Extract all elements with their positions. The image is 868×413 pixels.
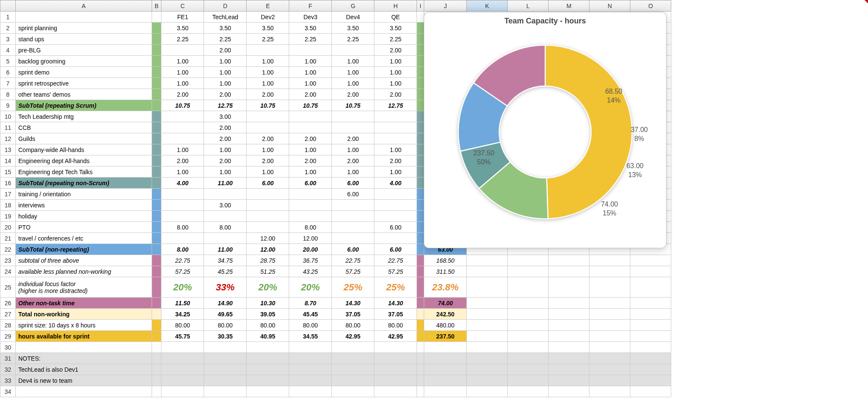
cell[interactable]: 36.75 [289,255,332,266]
cell[interactable]: 11.00 [204,244,247,255]
cell[interactable] [467,277,508,298]
cell[interactable] [152,122,161,133]
cell[interactable]: 11.00 [204,178,247,189]
row-header[interactable]: 12 [0,133,16,144]
cell[interactable] [247,222,289,233]
cell[interactable]: 28.75 [247,255,289,266]
cell[interactable]: 1.00 [204,67,247,78]
cell[interactable] [332,364,374,375]
cell[interactable]: 2.25 [289,34,332,45]
cell[interactable]: 480.00 [424,320,467,331]
cell[interactable]: 4.00 [161,178,204,189]
cell[interactable] [508,266,549,277]
cell[interactable] [508,353,549,364]
cell[interactable]: 22.75 [161,255,204,266]
cell[interactable] [467,331,508,342]
row-header[interactable]: 33 [0,375,16,386]
row-header[interactable]: 25 [0,277,16,298]
cell[interactable]: 3.00 [204,200,247,211]
cell[interactable]: 80.00 [247,320,289,331]
cell[interactable]: 2.00 [289,155,332,166]
cell[interactable] [630,277,671,298]
cell[interactable] [152,111,161,122]
cell[interactable] [374,133,417,144]
cell[interactable] [424,375,467,386]
cell[interactable] [374,386,417,397]
cell[interactable] [247,45,289,56]
col-header[interactable]: D [204,0,247,11]
cell[interactable]: 12.00 [289,233,332,244]
cell[interactable]: 237.50 [424,331,467,342]
cell[interactable]: 2.00 [204,155,247,166]
cell-label[interactable]: TechLead is also Dev1 [16,364,152,375]
col-header[interactable]: H [374,0,417,11]
cell[interactable] [508,375,549,386]
cell[interactable] [417,255,424,266]
row-header[interactable]: 28 [0,320,16,331]
cell[interactable] [152,189,161,200]
column-header-row[interactable]: A B C D E F G H I J K L M N O [0,0,671,11]
cell[interactable] [467,266,508,277]
cell[interactable] [204,211,247,222]
cell[interactable] [417,189,424,200]
cell[interactable] [424,342,467,353]
cell[interactable] [289,189,332,200]
cell[interactable]: 34.55 [289,331,332,342]
row-header[interactable]: 26 [0,298,16,309]
cell[interactable] [417,386,424,397]
cell[interactable]: 2.00 [247,155,289,166]
cell[interactable] [152,309,161,320]
cell[interactable]: 3.50 [289,23,332,34]
cell[interactable] [417,233,424,244]
cell[interactable] [549,353,589,364]
cell-label[interactable] [16,342,152,353]
cell-label[interactable]: holiday [16,211,152,222]
cell[interactable] [152,266,161,277]
cell[interactable] [152,255,161,266]
table-row[interactable]: 28sprint size: 10 days x 8 hours80.0080.… [0,320,671,331]
cell[interactable]: 1.00 [289,78,332,89]
row-header[interactable]: 34 [0,386,16,397]
cell-label[interactable]: SubTotal (repeating non-Scrum) [16,178,152,189]
cell[interactable] [374,342,417,353]
table-row[interactable]: 24available less planned non-working57.2… [0,266,671,277]
cell[interactable] [508,277,549,298]
cell[interactable]: 20% [289,277,332,298]
cell[interactable]: 23.8% [424,277,467,298]
cell[interactable]: 80.00 [332,320,374,331]
cell[interactable]: 2.00 [247,133,289,144]
cell[interactable] [630,309,671,320]
cell[interactable] [204,375,247,386]
cell[interactable]: 57.25 [374,266,417,277]
cell-label[interactable]: sprint size: 10 days x 8 hours [16,320,152,331]
cell-label[interactable]: training / orientation [16,189,152,200]
cell[interactable]: 1.00 [247,78,289,89]
row-header[interactable]: 22 [0,244,16,255]
cell[interactable] [152,78,161,89]
cell[interactable] [161,386,204,397]
cell[interactable] [549,331,589,342]
cell[interactable]: 49.65 [204,309,247,320]
cell[interactable] [417,309,424,320]
cell[interactable]: 1.00 [161,56,204,67]
cell[interactable] [467,320,508,331]
cell[interactable]: 6.00 [332,244,374,255]
cell[interactable]: 6.00 [374,222,417,233]
row-header[interactable]: 7 [0,78,16,89]
cell[interactable]: 168.50 [424,255,467,266]
cell[interactable]: 10.75 [289,100,332,111]
cell[interactable]: 12.75 [374,100,417,111]
cell[interactable] [289,111,332,122]
col-header[interactable]: B [152,0,161,11]
cell[interactable] [332,122,374,133]
cell[interactable] [161,364,204,375]
row-header[interactable]: 10 [0,111,16,122]
cell[interactable]: 20% [161,277,204,298]
cell[interactable]: 1.00 [289,166,332,178]
cell[interactable]: 2.00 [374,45,417,56]
cell[interactable]: 2.00 [289,133,332,144]
cell[interactable] [417,100,424,111]
cell[interactable] [374,122,417,133]
cell[interactable] [332,386,374,397]
row-header[interactable]: 6 [0,67,16,78]
